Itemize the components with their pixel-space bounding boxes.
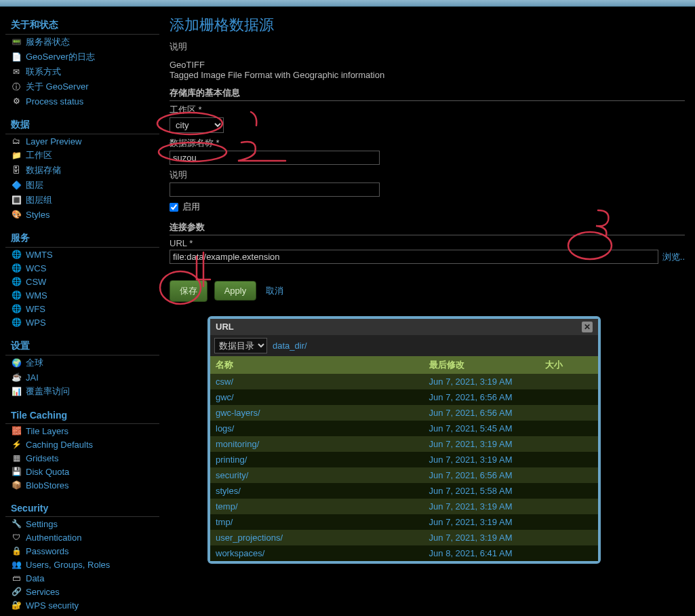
sidebar-item-wps[interactable]: 🌐WPS bbox=[5, 315, 159, 329]
menu-icon: 📁 bbox=[11, 150, 22, 161]
modified-cell: Jun 7, 2021, 3:19 AM bbox=[424, 514, 540, 530]
sidebar-item--[interactable]: 🔳图层组 bbox=[5, 193, 159, 208]
size-cell bbox=[540, 374, 598, 389]
enabled-checkbox[interactable] bbox=[170, 203, 178, 212]
folder-link[interactable]: gwc-layers/ bbox=[216, 408, 260, 418]
sidebar-item-label: WPS security bbox=[26, 600, 79, 611]
folder-link[interactable]: user_projections/ bbox=[216, 533, 283, 543]
col-size[interactable]: 大小 bbox=[540, 356, 598, 374]
folder-link[interactable]: tmp/ bbox=[216, 517, 233, 527]
table-row[interactable]: styles/Jun 7, 2021, 5:58 AM bbox=[210, 483, 598, 499]
folder-link[interactable]: gwc/ bbox=[216, 392, 234, 402]
sidebar-item-jai[interactable]: ☕JAI bbox=[5, 370, 159, 384]
sidebar-item--[interactable]: 🌍全球 bbox=[5, 355, 159, 370]
sidebar-header: 数据 bbox=[5, 115, 159, 134]
sidebar-item-layer-preview[interactable]: 🗂Layer Preview bbox=[5, 134, 159, 148]
size-cell bbox=[540, 545, 598, 561]
menu-icon: 🌍 bbox=[11, 358, 22, 368]
sidebar-item-users-groups-roles[interactable]: 👥Users, Groups, Roles bbox=[5, 558, 159, 571]
sidebar-item-disk-quota[interactable]: 💾Disk Quota bbox=[5, 465, 159, 478]
workspace-select[interactable]: city bbox=[170, 117, 224, 133]
root-selector[interactable]: 数据目录 bbox=[214, 338, 267, 353]
sidebar-item-styles[interactable]: 🎨Styles bbox=[5, 208, 159, 221]
sidebar-item-caching-defaults[interactable]: ⚡Caching Defaults bbox=[5, 438, 159, 451]
sidebar-item-gridsets[interactable]: ▦Gridsets bbox=[5, 451, 159, 465]
sidebar-item-authentication[interactable]: 🛡Authentication bbox=[5, 531, 159, 544]
size-cell bbox=[540, 530, 598, 545]
table-row[interactable]: workspaces/Jun 8, 2021, 6:41 AM bbox=[210, 545, 598, 561]
table-row[interactable]: gwc/Jun 7, 2021, 6:56 AM bbox=[210, 389, 598, 405]
table-row[interactable]: monitoring/Jun 7, 2021, 3:19 AM bbox=[210, 436, 598, 452]
sidebar-item-settings[interactable]: 🔧Settings bbox=[5, 517, 159, 531]
sidebar-item-label: 关于 GeoServer bbox=[26, 81, 88, 93]
table-row[interactable]: logs/Jun 7, 2021, 5:45 AM bbox=[210, 421, 598, 436]
url-label: URL * bbox=[170, 238, 685, 248]
sidebar-item--geoserver[interactable]: ⓘ关于 GeoServer bbox=[5, 79, 159, 94]
folder-link[interactable]: csw/ bbox=[216, 377, 233, 387]
sidebar-item--[interactable]: 📊覆盖率访问 bbox=[5, 384, 159, 399]
folder-link[interactable]: monitoring/ bbox=[216, 439, 259, 449]
sidebar-header: 设置 bbox=[5, 336, 159, 355]
sidebar-item--[interactable]: 📟服务器状态 bbox=[5, 35, 159, 50]
sidebar-item-tile-layers[interactable]: 🧱Tile Layers bbox=[5, 424, 159, 438]
folder-link[interactable]: styles/ bbox=[216, 486, 241, 496]
sidebar-item-label: 图层组 bbox=[26, 194, 52, 206]
sidebar-item-services[interactable]: 🔗Services bbox=[5, 585, 159, 598]
sidebar-item--[interactable]: 📁工作区 bbox=[5, 148, 159, 163]
sidebar-item-label: 数据存储 bbox=[26, 164, 61, 176]
sidebar-item-passwords[interactable]: 🔒Passwords bbox=[5, 544, 159, 558]
sidebar-item-csw[interactable]: 🌐CSW bbox=[5, 275, 159, 288]
size-cell bbox=[540, 483, 598, 499]
cancel-button[interactable]: 取消 bbox=[263, 281, 286, 301]
close-icon[interactable]: ✕ bbox=[582, 322, 593, 332]
folder-link[interactable]: security/ bbox=[216, 470, 248, 480]
datasource-name-input[interactable] bbox=[170, 151, 380, 165]
menu-icon: 🔗 bbox=[11, 586, 22, 597]
sidebar-item-label: Layer Preview bbox=[26, 136, 81, 147]
folder-link[interactable]: workspaces/ bbox=[216, 548, 264, 558]
menu-icon: 🗃 bbox=[11, 573, 22, 583]
table-row[interactable]: csw/Jun 7, 2021, 3:19 AM bbox=[210, 374, 598, 389]
table-row[interactable]: gwc-layers/Jun 7, 2021, 6:56 AM bbox=[210, 405, 598, 421]
sidebar-item-label: WCS bbox=[26, 263, 46, 273]
menu-icon: 🌐 bbox=[11, 263, 22, 273]
sidebar-item-wfs[interactable]: 🌐WFS bbox=[5, 302, 159, 315]
menu-icon: ⚙ bbox=[11, 96, 22, 107]
table-row[interactable]: printing/Jun 7, 2021, 3:19 AM bbox=[210, 452, 598, 467]
table-row[interactable]: temp/Jun 7, 2021, 3:19 AM bbox=[210, 499, 598, 514]
sidebar-item-wms[interactable]: 🌐WMS bbox=[5, 288, 159, 302]
modified-cell: Jun 7, 2021, 3:19 AM bbox=[424, 530, 540, 545]
sidebar-item-wmts[interactable]: 🌐WMTS bbox=[5, 248, 159, 261]
sidebar-item-geoserver-[interactable]: 📄GeoServer的日志 bbox=[5, 50, 159, 64]
description-input[interactable] bbox=[170, 182, 380, 197]
enabled-label: 启用 bbox=[182, 201, 200, 213]
sidebar-item-process-status[interactable]: ⚙Process status bbox=[5, 94, 159, 108]
url-input[interactable] bbox=[170, 250, 658, 264]
save-button[interactable]: 保存 bbox=[170, 280, 207, 302]
table-row[interactable]: tmp/Jun 7, 2021, 3:19 AM bbox=[210, 514, 598, 530]
col-modified[interactable]: 最后修改 bbox=[424, 356, 540, 374]
menu-icon: 👥 bbox=[11, 559, 22, 570]
folder-link[interactable]: temp/ bbox=[216, 501, 238, 512]
sidebar-item--[interactable]: 🔷图层 bbox=[5, 178, 159, 193]
sidebar-item-wps-security[interactable]: 🔐WPS security bbox=[5, 598, 159, 612]
table-row[interactable]: user_projections/Jun 7, 2021, 3:19 AM bbox=[210, 530, 598, 545]
folder-link[interactable]: printing/ bbox=[216, 455, 247, 465]
sidebar-item-data[interactable]: 🗃Data bbox=[5, 571, 159, 585]
table-row[interactable]: security/Jun 7, 2021, 6:56 AM bbox=[210, 467, 598, 483]
format-desc: Tagged Image File Format with Geographic… bbox=[170, 70, 685, 80]
folder-link[interactable]: logs/ bbox=[216, 423, 234, 434]
col-name[interactable]: 名称 bbox=[210, 356, 424, 374]
sidebar-item-label: Styles bbox=[26, 210, 49, 220]
apply-button[interactable]: Apply bbox=[214, 281, 257, 301]
sidebar-item--[interactable]: ✉联系方式 bbox=[5, 64, 159, 79]
sidebar-item-label: Caching Defaults bbox=[26, 440, 93, 450]
sidebar-item--[interactable]: 🗄数据存储 bbox=[5, 163, 159, 178]
browse-link[interactable]: 浏览.. bbox=[662, 251, 685, 263]
sidebar-item-blobstores[interactable]: 📦BlobStores bbox=[5, 478, 159, 492]
menu-icon: 🔳 bbox=[11, 195, 22, 206]
breadcrumb[interactable]: data_dir/ bbox=[273, 341, 307, 351]
sidebar-item-wcs[interactable]: 🌐WCS bbox=[5, 261, 159, 275]
menu-icon: 🌐 bbox=[11, 276, 22, 287]
menu-icon: 🌐 bbox=[11, 249, 22, 260]
